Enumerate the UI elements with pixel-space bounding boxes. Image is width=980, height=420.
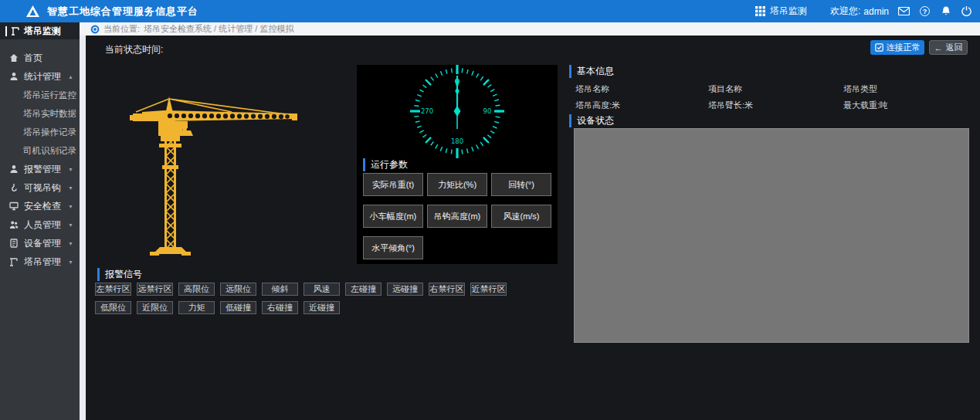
user-icon [9,72,19,81]
run-params-cards: 实际吊重(t) 力矩比(%) 回转(°) 小车幅度(m) 吊钩高度(m) 风速(… [363,173,551,259]
alarm-wind-speed[interactable]: 风速 [303,283,340,296]
sidebar-subitem-run-monitor[interactable]: 塔吊运行监控 [0,86,80,104]
back-arrow-icon: ← [934,43,943,52]
sidebar-header-label: 塔吊监测 [24,25,61,38]
power-icon[interactable] [961,5,972,17]
top-bar: 智慧工地综合管理服务信息平台 塔吊监测 欢迎您: admin ? [0,0,980,22]
alarm-high-limit[interactable]: 高限位 [178,283,215,296]
welcome-label: 欢迎您: [830,5,860,18]
alarm-far-no-go-zone[interactable]: 远禁行区 [137,283,173,296]
sidebar-item-statistics[interactable]: 统计管理 ▲ [0,67,80,86]
module-switcher[interactable]: 塔吊监测 [755,5,807,18]
users-icon [9,220,19,229]
chevron-down-icon: ▼ [68,241,73,246]
param-card-moment-ratio[interactable]: 力矩比(%) [427,173,487,196]
alarm-right-no-go-zone[interactable]: 右禁行区 [429,283,465,296]
connect-label: 连接正常 [887,42,921,53]
alarm-tilt[interactable]: 倾斜 [262,283,298,296]
alarm-far-collision[interactable]: 远碰撞 [387,283,423,296]
sidebar-item-equipment[interactable]: 设备管理 ▼ [0,234,80,252]
device-status-title: 设备状态 [569,114,614,127]
sidebar-item-visual-hook[interactable]: 可视吊钩 ▼ [0,178,80,197]
field-crane-height: 塔吊高度:米 [575,100,620,111]
chevron-down-icon: ▼ [68,185,73,191]
username: admin [863,6,889,17]
alarm-low-collision[interactable]: 低碰撞 [220,301,256,314]
sidebar-subitem-realtime-data[interactable]: 塔吊实时数据 [0,104,80,123]
param-card-slewing[interactable]: 回转(°) [491,173,551,196]
sidebar-item-label: 可视吊钩 [24,181,61,195]
alarm-left-no-go-zone[interactable]: 左禁行区 [95,283,131,296]
sidebar-item-label: 统计管理 [24,70,61,83]
chevron-down-icon: ▼ [68,259,73,265]
sidebar-subitem-label: 司机识别记录 [23,145,76,157]
sidebar-subitem-operation-record[interactable]: 塔吊操作记录 [0,123,80,141]
param-card-wind-speed[interactable]: 风速(m/s) [491,205,551,228]
sidebar-item-label: 安全检查 [24,200,61,213]
alarm-right-collision[interactable]: 右碰撞 [262,301,298,314]
sidebar-item-safety-check[interactable]: 安全检查 ▼ [0,197,80,215]
alarm-low-limit[interactable]: 低限位 [95,301,131,314]
user-icon [9,164,19,174]
device-icon [9,239,19,248]
sidebar-item-alarm-management[interactable]: 报警管理 ▼ [0,160,80,178]
breadcrumb-label: 当前位置: [103,23,140,35]
sidebar-item-label: 塔吊管理 [24,256,61,269]
gauge-label-90: 90 [483,107,492,115]
sidebar-item-crane-management[interactable]: 塔吊管理 ▼ [0,252,80,271]
field-project-name: 项目名称 [708,83,742,95]
location-pin-icon [90,25,100,34]
param-card-incline[interactable]: 水平倾角(°) [363,236,423,259]
field-max-load: 最大载重:吨 [843,100,888,111]
help-glyph: ? [920,6,930,16]
tower-crane-illustration [116,91,301,259]
help-icon[interactable]: ? [919,5,931,17]
app-title: 智慧工地综合管理服务信息平台 [47,5,198,19]
sidebar-item-personnel[interactable]: 人员管理 ▼ [0,215,80,234]
sidebar-item-label: 报警管理 [24,163,61,176]
alarm-near-limit[interactable]: 近限位 [137,301,173,314]
alarm-near-collision[interactable]: 近碰撞 [303,301,340,314]
device-status-placeholder [574,128,969,343]
mail-icon[interactable] [898,5,910,17]
chevron-down-icon: ▼ [68,204,73,209]
sidebar-item-label: 首页 [24,52,42,65]
sidebar-item-label: 设备管理 [24,237,61,250]
welcome-text: 欢迎您: admin [830,5,889,18]
monitor-icon [9,202,19,211]
back-button[interactable]: ← 返回 [929,40,968,55]
basic-info-title: 基本信息 [569,65,614,78]
alarm-far-limit[interactable]: 远限位 [220,283,256,296]
alarm-near-no-go-zone[interactable]: 近禁行区 [470,283,507,296]
breadcrumb: 当前位置: 塔吊安全检查系统 / 统计管理 / 监控模拟 [80,22,980,36]
field-jib-length: 塔吊臂长:米 [708,100,753,111]
crane-icon [9,257,19,266]
monitor-panel: 当前状态时间: 连接正常 ← 返回 [86,36,980,420]
alarm-row-2: 低限位 近限位 力矩 低碰撞 右碰撞 近碰撞 [95,301,340,314]
back-label: 返回 [946,42,963,53]
field-crane-name: 塔吊名称 [575,83,609,95]
alarm-row-1: 左禁行区 远禁行区 高限位 远限位 倾斜 风速 左碰撞 远碰撞 右禁行区 近禁行… [95,283,507,296]
sidebar-subitem-label: 塔吊实时数据 [23,108,76,120]
field-crane-type: 塔吊类型 [843,83,877,95]
sidebar-item-home[interactable]: 首页 [0,49,80,67]
hook-icon [9,183,19,192]
bell-icon[interactable] [940,5,951,17]
crane-icon [11,26,20,36]
sidebar-header: 塔吊监测 [0,22,80,39]
alarm-moment[interactable]: 力矩 [178,301,215,314]
sidebar-item-label: 人员管理 [24,218,61,232]
param-card-trolley-range[interactable]: 小车幅度(m) [363,205,423,228]
apps-grid-icon [755,6,765,16]
sidebar-subitem-driver-id-record[interactable]: 司机识别记录 [0,141,80,160]
param-card-actual-load[interactable]: 实际吊重(t) [363,173,423,196]
gauge-label-270: 270 [421,107,433,115]
alarm-left-collision[interactable]: 左碰撞 [345,283,381,296]
connection-status-button[interactable]: 连接正常 [870,40,924,55]
sidebar: 塔吊监测 首页 统计管理 ▲ 塔吊运行监控 塔吊实时数据 塔吊操作记录 司机识别… [0,22,80,420]
app-logo-icon [26,5,39,17]
chevron-up-icon: ▲ [68,74,73,80]
slewing-compass-gauge: 0 90 180 270 [403,65,511,163]
sidebar-menu: 首页 统计管理 ▲ 塔吊运行监控 塔吊实时数据 塔吊操作记录 司机识别记录 报警… [0,39,80,271]
param-card-hook-height[interactable]: 吊钩高度(m) [427,205,487,228]
